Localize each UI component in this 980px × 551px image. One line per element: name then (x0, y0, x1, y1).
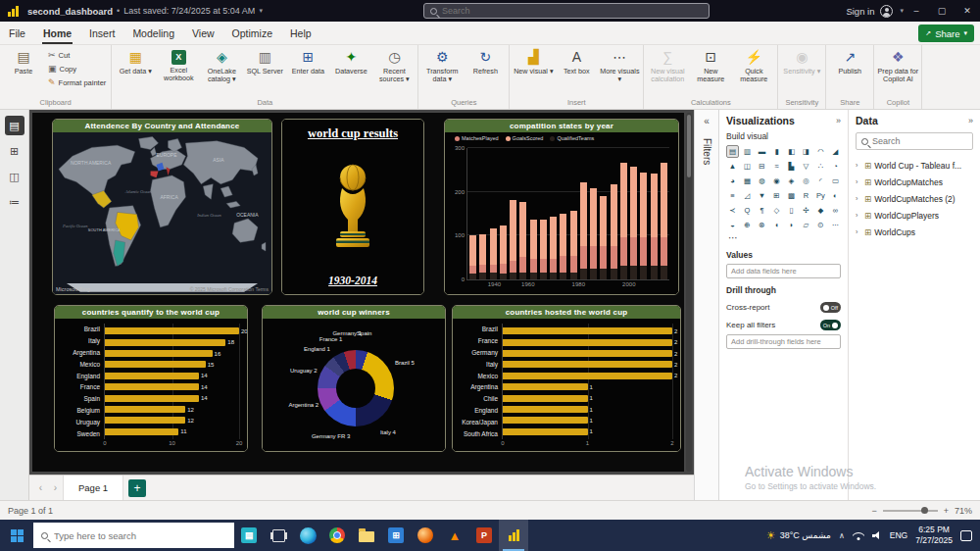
bar-brazil[interactable]: 20 (105, 327, 239, 334)
ribbon-recent-sources-button[interactable]: ◷Recent sources ▾ (372, 47, 416, 84)
expand-chevron-icon[interactable]: › (856, 162, 861, 169)
menu-view[interactable]: View (183, 22, 223, 44)
ribbon-format-painter-button[interactable]: ✎Format painter (48, 77, 106, 87)
multi-row-card-icon[interactable]: ≡ (726, 189, 739, 202)
file-explorer-icon[interactable] (352, 520, 381, 551)
visual-winners[interactable]: world cup winners SpainBrazil 5Italy 4Ge… (262, 305, 446, 452)
stacked-bar-1974[interactable] (560, 148, 566, 279)
menu-modeling[interactable]: Modeling (123, 22, 183, 44)
visual-45-icon[interactable]: ◗ (785, 219, 798, 231)
expand-chevron-icon[interactable]: › (856, 178, 861, 185)
menu-help[interactable]: Help (281, 22, 320, 44)
global-search[interactable] (423, 3, 710, 19)
global-search-input[interactable] (442, 6, 709, 16)
action-center-icon[interactable] (960, 530, 972, 541)
ribbon-cut-button[interactable]: ✂Cut (48, 50, 106, 60)
bar-italy[interactable]: 18 (105, 339, 225, 346)
ribbon-more-visuals-button[interactable]: ⋯More visuals ▾ (598, 47, 641, 84)
python-visual-icon[interactable]: Py (814, 189, 827, 202)
new-page-button[interactable]: + (128, 479, 146, 497)
visual-attendance-map[interactable]: Attendence By Country and Attendance (52, 119, 272, 295)
decomposition-tree-icon[interactable]: ≺ (726, 204, 739, 217)
matrix-icon[interactable]: ▩ (785, 189, 798, 202)
start-button[interactable] (0, 520, 33, 551)
metrics-icon[interactable]: ◇ (770, 204, 783, 217)
expand-filters-icon[interactable]: « (704, 116, 710, 126)
chrome-icon[interactable] (322, 520, 352, 551)
cross-report-toggle[interactable]: Off (820, 302, 841, 313)
clustered-bar-chart-icon[interactable]: ▬ (756, 145, 768, 158)
field-world-cup-tableau-f[interactable]: ›⊞World Cup - Tableau f... (856, 157, 973, 174)
qa-visual-icon[interactable]: Q (741, 204, 754, 217)
stacked-bar-1982[interactable] (580, 148, 587, 279)
field-worldcups[interactable]: ›⊞WorldCups (856, 224, 973, 240)
bar-england[interactable]: 1 (503, 406, 588, 413)
narrative-icon[interactable]: ¶ (756, 204, 768, 217)
slicer-icon[interactable]: ▼ (756, 189, 768, 202)
ribbon-transform-data-button[interactable]: ⚙Transform data ▾ (420, 47, 464, 84)
bar-south-africa[interactable]: 1 (503, 428, 588, 435)
bar-germany[interactable]: 2 (503, 350, 672, 357)
widgets-icon[interactable]: ▤ (234, 520, 264, 551)
zoom-out-button[interactable]: − (871, 506, 876, 516)
funnel-chart-icon[interactable]: ▽ (800, 160, 812, 173)
tmdl-view-icon[interactable]: ≔ (5, 192, 24, 212)
title-chevron-icon[interactable]: ▾ (259, 7, 263, 15)
sign-in-link[interactable]: Sign in (846, 6, 874, 17)
card-icon[interactable]: ▭ (829, 175, 842, 187)
shape-map-icon[interactable]: ◈ (785, 175, 798, 187)
ribbon-new-measure-button[interactable]: ⊡New measure (689, 47, 732, 84)
vlc-icon[interactable]: ▲ (440, 520, 469, 551)
stacked-bar-2010[interactable] (651, 148, 658, 279)
prev-page-arrow[interactable]: ‹ (33, 482, 48, 493)
stacked-bar-1934[interactable] (479, 148, 486, 279)
ribbon-prep-data-for-copilot-ai-button[interactable]: ❖Prep data for Copilot AI (876, 47, 919, 84)
arcgis-map-icon[interactable]: ✣ (800, 204, 812, 217)
ribbon-chart-icon[interactable]: ≈ (770, 160, 783, 173)
field-worldcupplayers[interactable]: ›⊞WorldCupPlayers (856, 207, 973, 224)
line-chart-icon[interactable]: ◠ (814, 145, 827, 158)
stacked-bar-1990[interactable] (600, 148, 607, 279)
visual-43-icon[interactable]: ⊗ (756, 219, 768, 231)
fields-search[interactable] (856, 132, 973, 150)
map-terms-link[interactable]: © 2025 Microsoft Corporation Terms (190, 286, 269, 292)
bar-korea-japan[interactable]: 1 (503, 417, 588, 424)
pie-chart-icon[interactable]: ◔ (829, 160, 842, 173)
100-stacked-column-chart-icon[interactable]: ◨ (800, 145, 812, 158)
visual-42-icon[interactable]: ⊕ (741, 219, 754, 231)
clock[interactable]: 6:25 PM 7/27/2025 (915, 525, 953, 545)
100-stacked-bar-chart-icon[interactable]: ◧ (785, 145, 798, 158)
ribbon-paste-button[interactable]: ▤Paste (2, 47, 45, 75)
stacked-bar-1966[interactable] (540, 148, 547, 279)
visual-participations[interactable]: countries quantify to the world cup Braz… (54, 305, 248, 452)
expand-chevron-icon[interactable]: › (856, 212, 861, 219)
map-icon[interactable]: ◍ (756, 175, 768, 187)
powerbi-icon[interactable] (499, 520, 528, 551)
stacked-bar-1994[interactable] (611, 148, 617, 279)
ribbon-sql-server-button[interactable]: ▥SQL Server (243, 47, 286, 75)
weather-widget[interactable]: ☀ 38°C مشمس (766, 529, 831, 542)
menu-file[interactable]: File (0, 22, 34, 44)
field-worldcupmatches-2[interactable]: ›⊞WorldCupMatches (2) (856, 190, 973, 207)
bar-belgium[interactable]: 12 (105, 406, 185, 413)
bar-brazil[interactable]: 2 (503, 327, 672, 334)
values-field-well[interactable]: Add data fields here (726, 264, 841, 278)
menu-insert[interactable]: Insert (80, 22, 123, 44)
bar-argentina[interactable]: 1 (503, 383, 588, 390)
keep-all-filters-toggle[interactable]: On (820, 320, 841, 330)
table-icon[interactable]: ⊞ (770, 189, 783, 202)
stacked-bar-1978[interactable] (570, 148, 577, 279)
stacked-bar-1962[interactable] (530, 148, 537, 279)
ribbon-copy-button[interactable]: ▣Copy (48, 64, 106, 74)
minimize-button[interactable]: – (904, 0, 929, 22)
expand-chevron-icon[interactable]: › (856, 228, 861, 235)
bar-england[interactable]: 14 (105, 373, 199, 379)
kpi-icon[interactable]: ◿ (741, 189, 754, 202)
stacked-bar-1950[interactable] (500, 148, 507, 279)
volume-icon[interactable] (872, 531, 882, 540)
scatter-chart-icon[interactable]: ∴ (814, 160, 827, 173)
paginated-report-icon[interactable]: ▯ (785, 204, 798, 217)
ribbon-refresh-button[interactable]: ↻Refresh (464, 47, 507, 75)
bar-italy[interactable]: 2 (503, 361, 672, 368)
waterfall-chart-icon[interactable]: ▙ (785, 160, 798, 173)
